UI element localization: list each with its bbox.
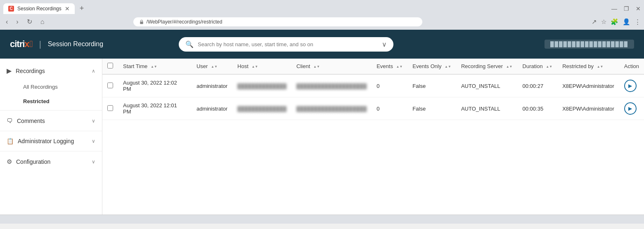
sidebar-divider-3 xyxy=(0,151,102,151)
user-badge: ██████████████████ xyxy=(545,40,634,49)
toolbar-right: ↗ ☆ 🧩 👤 ⋮ xyxy=(592,18,641,26)
row-2-checkbox[interactable] xyxy=(107,105,113,111)
app-logo: citrixͦ | Session Recording xyxy=(10,39,103,50)
header-duration[interactable]: Duration ▲▼ xyxy=(518,59,558,74)
recordings-label: Recordings xyxy=(16,68,88,74)
row-2-client: ████████████████████ xyxy=(291,97,372,120)
row-1-duration: 00:00:27 xyxy=(518,74,558,97)
maximize-icon[interactable]: ❐ xyxy=(624,5,629,12)
sidebar-item-all-recordings[interactable]: All Recordings xyxy=(17,80,102,94)
new-tab-button[interactable]: + xyxy=(76,2,88,14)
configuration-chevron: ∨ xyxy=(92,159,95,165)
admin-logging-label: Administrator Logging xyxy=(18,138,88,144)
search-dropdown-icon[interactable]: ∨ xyxy=(382,40,387,48)
row-1-checkbox[interactable] xyxy=(107,83,113,88)
row-2-events-only: False xyxy=(407,97,456,120)
row-2-user: administrator xyxy=(192,97,232,120)
row-1-events: 0 xyxy=(372,74,407,97)
tab-title: Session Recordings xyxy=(17,6,62,12)
profile-icon[interactable]: 👤 xyxy=(623,18,630,26)
tab-close-button[interactable]: ✕ xyxy=(65,6,70,12)
recordings-icon: ▶ xyxy=(7,67,12,75)
row-1-play-button[interactable]: ▶ xyxy=(624,80,637,92)
sort-arrows-user: ▲▼ xyxy=(211,65,218,68)
row-1-restricted-by: X8EPW\Administrator xyxy=(557,74,619,97)
search-icon: 🔍 xyxy=(185,40,194,48)
configuration-icon: ⚙ xyxy=(7,158,12,165)
sidebar-divider-2 xyxy=(0,131,102,131)
extensions-icon[interactable]: 🧩 xyxy=(611,18,618,26)
header-client[interactable]: Client ▲▼ xyxy=(291,59,372,74)
header-host[interactable]: Host ▲▼ xyxy=(232,59,291,74)
row-2-client-blurred: ████████████████████ xyxy=(296,106,367,112)
row-1-checkbox-cell[interactable] xyxy=(102,74,118,97)
tab-favicon: C xyxy=(8,6,14,12)
header-start-time[interactable]: Start Time ▲▼ xyxy=(118,59,192,74)
main-content: Start Time ▲▼ User ▲▼ Host ▲▼ Client xyxy=(102,59,644,215)
sidebar-item-admin-logging[interactable]: 📋 Administrator Logging ∨ xyxy=(0,133,102,149)
row-2-play-button[interactable]: ▶ xyxy=(624,102,637,115)
search-input[interactable] xyxy=(198,41,378,47)
row-1-client: ████████████████████ xyxy=(291,74,372,97)
row-2-restricted-by: X8EPW\Administrator xyxy=(557,97,619,120)
sidebar-item-configuration[interactable]: ⚙ Configuration ∨ xyxy=(0,153,102,170)
app-header: citrixͦ | Session Recording 🔍 ∨ ████████… xyxy=(0,30,644,59)
sort-arrows-duration: ▲▼ xyxy=(546,65,552,68)
back-button[interactable]: ‹ xyxy=(3,17,10,27)
header-user-area: ██████████████████ xyxy=(545,40,634,49)
sidebar-item-recordings[interactable]: ▶ Recordings ∧ xyxy=(0,62,102,80)
url-input[interactable]: /WebPlayer/#/recordings/restricted xyxy=(133,17,422,26)
configuration-label: Configuration xyxy=(16,158,88,165)
row-2-action[interactable]: ▶ xyxy=(619,97,644,120)
sidebar-divider-1 xyxy=(0,110,102,111)
home-button[interactable]: ⌂ xyxy=(38,17,47,27)
share-icon[interactable]: ↗ xyxy=(592,18,597,26)
row-2-checkbox-cell[interactable] xyxy=(102,97,118,120)
sidebar-item-restricted[interactable]: Restricted xyxy=(17,94,102,109)
logo-title: Session Recording xyxy=(48,40,103,48)
row-1-events-only: False xyxy=(407,74,456,97)
search-bar[interactable]: 🔍 ∨ xyxy=(179,37,393,52)
close-window-icon[interactable]: ✕ xyxy=(636,5,641,12)
header-user[interactable]: User ▲▼ xyxy=(192,59,232,74)
row-1-start-time: August 30, 2022 12:02 PM xyxy=(118,74,192,97)
window-controls: — ❐ ✕ xyxy=(611,5,641,12)
minimize-icon[interactable]: — xyxy=(611,5,617,12)
header-checkbox-cell[interactable] xyxy=(102,59,118,74)
forward-button[interactable]: › xyxy=(14,17,21,27)
row-2-start-time: August 30, 2022 12:01 PM xyxy=(118,97,192,120)
lock-icon xyxy=(139,19,144,24)
app-body: ▶ Recordings ∧ All Recordings Restricted xyxy=(0,59,644,215)
active-tab[interactable]: C Session Recordings ✕ xyxy=(3,3,75,14)
row-1-host-blurred: ██████████████ xyxy=(237,83,286,89)
row-2-recording-server: AUTO_INSTALL xyxy=(456,97,518,120)
select-all-checkbox[interactable] xyxy=(107,63,113,68)
logo-divider: | xyxy=(39,40,41,49)
sidebar-section-comments: 🗨 Comments ∨ xyxy=(0,112,102,129)
status-bar xyxy=(0,215,644,224)
sidebar-section-configuration: ⚙ Configuration ∨ xyxy=(0,153,102,170)
comments-chevron: ∨ xyxy=(92,118,95,124)
refresh-button[interactable]: ↻ xyxy=(24,16,35,27)
row-1-action[interactable]: ▶ xyxy=(619,74,644,97)
url-text: /WebPlayer/#/recordings/restricted xyxy=(147,19,417,25)
sidebar: ▶ Recordings ∧ All Recordings Restricted xyxy=(0,59,102,215)
recordings-submenu: All Recordings Restricted xyxy=(0,80,102,109)
header-restricted-by[interactable]: Restricted by ▲▼ xyxy=(557,59,619,74)
header-action: Action xyxy=(619,59,644,74)
row-2-events: 0 xyxy=(372,97,407,120)
header-events[interactable]: Events ▲▼ xyxy=(372,59,407,74)
sidebar-item-comments[interactable]: 🗨 Comments ∨ xyxy=(0,112,102,129)
row-1-recording-server: AUTO_INSTALL xyxy=(456,74,518,97)
row-2-host-blurred: ██████████████ xyxy=(237,106,286,112)
row-1-user: administrator xyxy=(192,74,232,97)
sort-arrows-events-only: ▲▼ xyxy=(445,65,451,68)
menu-icon[interactable]: ⋮ xyxy=(635,18,641,26)
svg-rect-0 xyxy=(140,21,143,24)
header-recording-server[interactable]: Recording Server ▲▼ xyxy=(456,59,518,74)
bookmark-icon[interactable]: ☆ xyxy=(601,18,606,26)
recordings-chevron: ∧ xyxy=(92,68,95,74)
sort-arrows-start-time: ▲▼ xyxy=(151,65,157,68)
header-events-only[interactable]: Events Only ▲▼ xyxy=(407,59,456,74)
sidebar-section-admin-logging: 📋 Administrator Logging ∨ xyxy=(0,133,102,149)
